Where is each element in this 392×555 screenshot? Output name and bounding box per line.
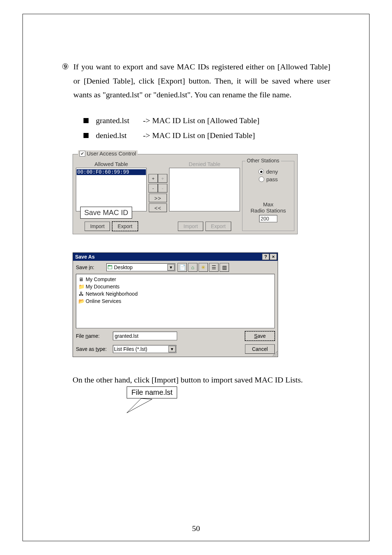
item-label: Online Services	[86, 297, 121, 305]
save-as-dialog: Save As ? × Save in: 🗔 Desktop ▼ 📄 ⌂ ✳ ☰	[73, 252, 278, 357]
desktop-icon: 🗔	[107, 264, 113, 270]
allowed-mac-item[interactable]: 00:00:F0:60:99:99	[77, 169, 146, 175]
list-view-icon[interactable]: ☰	[209, 263, 219, 272]
dialog-title: Save As	[75, 254, 95, 260]
radio-dot-icon	[259, 177, 264, 182]
bullet-2-desc: -> MAC ID List on [Denied Table]	[143, 128, 255, 143]
file-mapping-list: granted.lst -> MAC ID List on [Allowed T…	[83, 113, 330, 143]
list-item[interactable]: 🖧 Network Neighborhood	[78, 290, 272, 297]
radio-dot-icon	[258, 169, 264, 174]
denied-export-button[interactable]: Export	[205, 222, 231, 231]
allowed-table-title: Allowed Table	[94, 161, 128, 167]
save-in-value: Desktop	[114, 264, 132, 270]
allowed-table-list[interactable]: 00:00:F0:60:99:99	[76, 168, 147, 211]
radio-pass-label: pass	[266, 176, 278, 182]
folder-icon: 📂	[78, 297, 84, 305]
uac-legend-text: User Access Control	[87, 150, 136, 157]
max-stations-input[interactable]: 200	[259, 215, 277, 222]
other-stations-group: Other Stations deny pass Max Radio Stati…	[242, 161, 294, 231]
callout-save-mac-id: Save MAC ID	[80, 207, 132, 219]
step-marker: ⑨	[62, 60, 73, 102]
radio-deny[interactable]: deny	[258, 169, 278, 175]
denied-table-list[interactable]	[169, 168, 240, 211]
network-icon: 🖧	[78, 290, 84, 297]
denied-import-button[interactable]: Import	[178, 222, 203, 231]
file-name-input[interactable]: granted.lst	[113, 332, 177, 340]
step-9: ⑨ If you want to export and save MAC IDs…	[62, 60, 330, 102]
computer-icon: 🖥	[78, 276, 84, 283]
user-access-control-panel: ✔ User Access Control Allowed Table 00:0…	[73, 154, 298, 234]
item-label: Network Neighborhood	[86, 290, 138, 297]
allowed-import-button[interactable]: Import	[85, 222, 110, 231]
cancel-button[interactable]: Cancel	[245, 344, 275, 354]
uac-legend: ✔ User Access Control	[78, 150, 138, 157]
view-desktop-icon[interactable]: ⌂	[188, 263, 197, 272]
save-as-type-combo[interactable]: List Files (*.lst) ▼	[113, 345, 176, 353]
square-bullet-icon	[83, 118, 89, 123]
radio-stations-label: Radio Stations	[250, 207, 286, 214]
save-as-type-label: Save as type:	[76, 346, 109, 352]
remove-denied-button[interactable]: -	[158, 184, 167, 193]
help-button[interactable]: ?	[262, 254, 269, 260]
item-label: My Computer	[86, 276, 116, 283]
close-button[interactable]: ×	[270, 254, 277, 260]
square-bullet-icon	[83, 133, 89, 138]
resize-grip-icon[interactable]	[272, 351, 277, 356]
remove-allowed-button[interactable]: -	[148, 184, 158, 193]
list-item[interactable]: 🖥 My Computer	[78, 276, 272, 283]
move-left-button[interactable]: <<	[149, 203, 167, 212]
item-label: My Documents	[86, 283, 119, 290]
save-in-label: Save in:	[76, 264, 104, 270]
file-name-label: File name:	[76, 333, 109, 339]
uac-checkbox[interactable]: ✔	[79, 151, 85, 157]
new-folder-icon[interactable]: ✳	[199, 263, 208, 272]
list-item[interactable]: 📁 My Documents	[78, 283, 272, 290]
radio-deny-label: deny	[266, 169, 278, 175]
bullet-1-label: granted.lst	[96, 113, 143, 128]
folder-icon: 📁	[78, 283, 84, 290]
page-number: 50	[0, 524, 392, 533]
chevron-down-icon[interactable]: ▼	[167, 264, 175, 271]
list-item[interactable]: 📂 Online Services	[78, 297, 272, 305]
save-as-type-value: List Files (*.lst)	[114, 346, 147, 352]
bullet-2-label: denied.lst	[96, 128, 143, 143]
chevron-down-icon[interactable]: ▼	[168, 346, 176, 352]
allowed-export-button[interactable]: Export	[112, 222, 138, 231]
step-text: If you want to export and save MAC IDs r…	[73, 60, 330, 102]
radio-pass[interactable]: pass	[259, 176, 278, 182]
up-one-level-icon[interactable]: 📄	[177, 263, 187, 272]
max-label: Max	[263, 201, 273, 207]
add-denied-button[interactable]: +	[158, 174, 167, 183]
other-stations-legend: Other Stations	[245, 158, 281, 163]
save-button[interactable]: Save	[245, 331, 275, 341]
add-allowed-button[interactable]: +	[148, 174, 158, 183]
dialog-titlebar: Save As ? ×	[73, 253, 278, 261]
details-view-icon[interactable]: ▥	[220, 263, 229, 272]
closing-text: On the other hand, click [Import] button…	[73, 375, 330, 385]
file-list[interactable]: 🖥 My Computer 📁 My Documents 🖧 Network N…	[76, 274, 275, 328]
denied-table-title: Denied Table	[189, 161, 220, 167]
save-in-combo[interactable]: 🗔 Desktop ▼	[106, 263, 175, 271]
bullet-1-desc: -> MAC ID List on [Allowed Table]	[143, 113, 260, 128]
move-right-button[interactable]: >>	[149, 194, 167, 202]
